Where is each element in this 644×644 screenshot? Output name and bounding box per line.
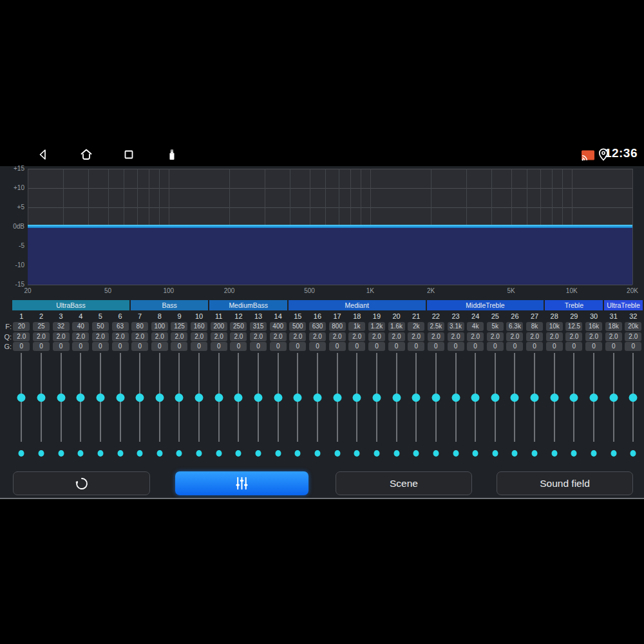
frequency-value[interactable]: 40 xyxy=(72,322,89,331)
frequency-value[interactable]: 80 xyxy=(131,322,148,331)
q-factor-value[interactable]: 2.0 xyxy=(585,332,602,341)
frequency-value[interactable]: 4k xyxy=(467,322,484,331)
q-factor-value[interactable]: 2.0 xyxy=(428,332,444,341)
frequency-value[interactable]: 20k xyxy=(625,322,641,331)
gain-value[interactable]: 0 xyxy=(191,342,207,351)
gain-value[interactable]: 0 xyxy=(53,342,70,351)
gain-value[interactable]: 0 xyxy=(506,342,523,351)
gain-slider-handle[interactable] xyxy=(155,393,164,402)
frequency-value[interactable]: 100 xyxy=(151,322,168,331)
frequency-value[interactable]: 1.2k xyxy=(368,322,385,331)
gain-slider-handle[interactable] xyxy=(550,393,558,402)
back-icon[interactable] xyxy=(35,147,51,162)
frequency-value[interactable]: 16k xyxy=(585,322,602,331)
gain-slider-handle[interactable] xyxy=(254,393,263,402)
q-factor-value[interactable]: 2.0 xyxy=(309,332,326,341)
gain-value[interactable]: 0 xyxy=(329,342,346,351)
gain-slider-handle[interactable] xyxy=(491,393,499,402)
q-factor-value[interactable]: 2.0 xyxy=(13,332,30,341)
frequency-value[interactable]: 5k xyxy=(487,322,504,331)
q-factor-value[interactable]: 2.0 xyxy=(53,332,70,341)
gain-value[interactable]: 0 xyxy=(250,342,267,351)
q-factor-value[interactable]: 2.0 xyxy=(191,332,207,341)
sound-field-button[interactable]: Sound field xyxy=(497,471,633,495)
gain-value[interactable]: 0 xyxy=(388,342,405,351)
q-factor-value[interactable]: 2.0 xyxy=(625,332,641,341)
q-factor-value[interactable]: 2.0 xyxy=(448,332,464,341)
gain-value[interactable]: 0 xyxy=(13,342,30,351)
frequency-value[interactable]: 8k xyxy=(526,322,543,331)
frequency-value[interactable]: 315 xyxy=(250,322,267,331)
frequency-value[interactable]: 1k xyxy=(348,322,365,331)
gain-slider-handle[interactable] xyxy=(136,393,144,402)
gain-slider-handle[interactable] xyxy=(313,393,321,402)
frequency-value[interactable]: 32 xyxy=(53,322,70,331)
gain-value[interactable]: 0 xyxy=(546,342,563,351)
frequency-value[interactable]: 18k xyxy=(605,322,622,331)
gain-value[interactable]: 0 xyxy=(585,342,602,351)
gain-slider-handle[interactable] xyxy=(17,393,26,402)
frequency-value[interactable]: 400 xyxy=(270,322,287,331)
frequency-value[interactable]: 250 xyxy=(230,322,247,331)
gain-value[interactable]: 0 xyxy=(270,342,287,351)
gain-slider-handle[interactable] xyxy=(609,393,618,402)
gain-slider-handle[interactable] xyxy=(570,393,578,402)
q-factor-value[interactable]: 2.0 xyxy=(388,332,405,341)
gain-value[interactable]: 0 xyxy=(368,342,385,351)
reset-button[interactable] xyxy=(13,471,150,495)
gain-slider-handle[interactable] xyxy=(353,393,361,402)
frequency-value[interactable]: 200 xyxy=(211,322,227,331)
q-factor-value[interactable]: 2.0 xyxy=(348,332,365,341)
scene-button[interactable]: Scene xyxy=(336,471,472,495)
cast-icon[interactable] xyxy=(580,147,596,163)
gain-value[interactable]: 0 xyxy=(131,342,148,351)
gain-slider-handle[interactable] xyxy=(629,393,638,402)
usb-device-icon[interactable] xyxy=(164,147,180,162)
frequency-value[interactable]: 2.5k xyxy=(428,322,444,331)
gain-slider-handle[interactable] xyxy=(57,393,65,402)
frequency-value[interactable]: 63 xyxy=(112,322,129,331)
frequency-value[interactable]: 160 xyxy=(191,322,207,331)
recents-icon[interactable] xyxy=(121,147,137,162)
frequency-value[interactable]: 500 xyxy=(289,322,306,331)
frequency-value[interactable]: 12.5 xyxy=(565,322,582,331)
gain-slider-handle[interactable] xyxy=(372,393,381,402)
gain-value[interactable]: 0 xyxy=(92,342,109,351)
frequency-value[interactable]: 6.3k xyxy=(506,322,523,331)
home-icon[interactable] xyxy=(79,147,94,162)
q-factor-value[interactable]: 2.0 xyxy=(211,332,227,341)
frequency-value[interactable]: 20 xyxy=(13,322,30,331)
gain-value[interactable]: 0 xyxy=(211,342,227,351)
gain-slider-handle[interactable] xyxy=(116,393,124,402)
frequency-value[interactable]: 3.1k xyxy=(448,322,464,331)
gain-value[interactable]: 0 xyxy=(565,342,582,351)
frequency-value[interactable]: 50 xyxy=(92,322,109,331)
gain-value[interactable]: 0 xyxy=(448,342,464,351)
q-factor-value[interactable]: 2.0 xyxy=(171,332,187,341)
gain-value[interactable]: 0 xyxy=(408,342,424,351)
q-factor-value[interactable]: 2.0 xyxy=(329,332,346,341)
gain-value[interactable]: 0 xyxy=(72,342,89,351)
q-factor-value[interactable]: 2.0 xyxy=(230,332,247,341)
q-factor-value[interactable]: 2.0 xyxy=(408,332,424,341)
gain-value[interactable]: 0 xyxy=(348,342,365,351)
gain-slider-handle[interactable] xyxy=(274,393,282,402)
gain-value[interactable]: 0 xyxy=(526,342,543,351)
gain-slider-handle[interactable] xyxy=(195,393,204,402)
gain-value[interactable]: 0 xyxy=(171,342,187,351)
gain-slider-handle[interactable] xyxy=(392,393,401,402)
gain-value[interactable]: 0 xyxy=(625,342,641,351)
frequency-value[interactable]: 800 xyxy=(329,322,346,331)
gain-slider-handle[interactable] xyxy=(590,393,598,402)
frequency-value[interactable]: 10k xyxy=(546,322,563,331)
gain-slider-handle[interactable] xyxy=(234,393,243,402)
q-factor-value[interactable]: 2.0 xyxy=(605,332,622,341)
frequency-value[interactable]: 2k xyxy=(408,322,424,331)
gain-slider-handle[interactable] xyxy=(37,393,45,402)
q-factor-value[interactable]: 2.0 xyxy=(33,332,50,341)
gain-value[interactable]: 0 xyxy=(487,342,504,351)
q-factor-value[interactable]: 2.0 xyxy=(270,332,287,341)
gain-slider-handle[interactable] xyxy=(333,393,341,402)
q-factor-value[interactable]: 2.0 xyxy=(506,332,523,341)
gain-slider-handle[interactable] xyxy=(214,393,223,402)
